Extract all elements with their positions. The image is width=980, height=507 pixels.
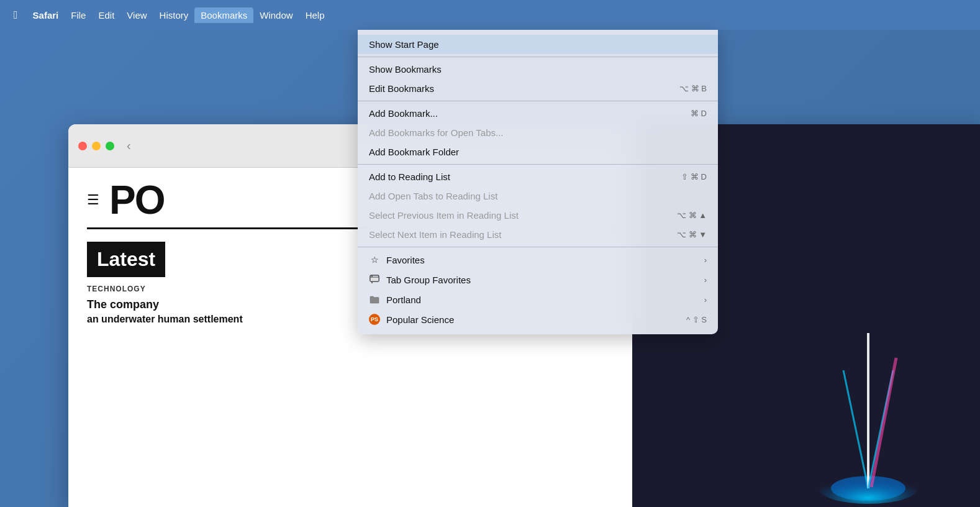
add-bookmarks-open-tabs-label: Add Bookmarks for Open Tabs... xyxy=(369,127,504,138)
show-start-page-item[interactable]: Show Start Page xyxy=(358,35,718,54)
show-start-page-label: Show Start Page xyxy=(369,39,439,50)
close-button[interactable] xyxy=(78,142,87,150)
separator-1 xyxy=(358,57,718,57)
favorites-item[interactable]: ☆ Favorites › xyxy=(358,250,718,270)
apple-menu[interactable]:  xyxy=(7,6,24,24)
select-previous-item[interactable]: Select Previous Item in Reading List ⌥ ⌘… xyxy=(358,206,718,225)
select-next-item[interactable]: Select Next Item in Reading List ⌥ ⌘ ▼ xyxy=(358,225,718,244)
back-button[interactable]: ‹ xyxy=(127,139,131,153)
edit-bookmarks-item[interactable]: Edit Bookmarks ⌥ ⌘ B xyxy=(358,79,718,98)
add-bookmark-shortcut: ⌘ D xyxy=(691,109,707,118)
svg-rect-7 xyxy=(370,277,379,281)
minimize-button[interactable] xyxy=(92,142,101,150)
select-previous-shortcut: ⌥ ⌘ ▲ xyxy=(677,211,707,220)
star-icon: ☆ xyxy=(369,254,380,265)
portland-label: Portland xyxy=(386,295,421,305)
hamburger-icon[interactable]: ☰ xyxy=(87,192,99,208)
bookmarks-dropdown: Show Start Page Show Bookmarks Edit Book… xyxy=(358,30,718,334)
site-logo: PO xyxy=(109,180,164,220)
portland-chevron: › xyxy=(704,295,707,304)
separator-4 xyxy=(358,247,718,247)
history-menu[interactable]: History xyxy=(153,7,195,23)
svg-line-5 xyxy=(871,358,896,487)
add-bookmark-item[interactable]: Add Bookmark... ⌘ D xyxy=(358,104,718,123)
add-reading-list-item[interactable]: Add to Reading List ⇧ ⌘ D xyxy=(358,167,718,186)
file-menu[interactable]: File xyxy=(65,7,92,23)
add-bookmark-folder-item[interactable]: Add Bookmark Folder xyxy=(358,142,718,162)
separator-3 xyxy=(358,164,718,165)
favorites-left: ☆ Favorites xyxy=(369,254,425,265)
favorites-label: Favorites xyxy=(386,255,425,265)
edit-menu[interactable]: Edit xyxy=(92,7,120,23)
select-next-shortcut: ⌥ ⌘ ▼ xyxy=(677,230,707,239)
popular-science-item[interactable]: PS Popular Science ^ ⇧ S xyxy=(358,309,718,329)
tab-group-favorites-label: Tab Group Favorites xyxy=(386,275,471,285)
add-bookmarks-open-tabs-item[interactable]: Add Bookmarks for Open Tabs... xyxy=(358,123,718,142)
add-reading-list-shortcut: ⇧ ⌘ D xyxy=(681,172,707,181)
latest-banner: Latest xyxy=(87,242,165,277)
edit-bookmarks-label: Edit Bookmarks xyxy=(369,83,434,94)
separator-2 xyxy=(358,101,718,101)
tab-group-favorites-item[interactable]: Tab Group Favorites › xyxy=(358,270,718,290)
laser-visual xyxy=(806,321,930,507)
bookmarks-menu[interactable]: Bookmarks xyxy=(194,7,253,23)
popular-science-left: PS Popular Science xyxy=(369,314,454,325)
add-reading-list-label: Add to Reading List xyxy=(369,171,450,182)
tab-group-favorites-chevron: › xyxy=(704,275,707,285)
favorites-chevron: › xyxy=(704,255,707,265)
add-open-tabs-reading-list-item[interactable]: Add Open Tabs to Reading List xyxy=(358,186,718,206)
show-bookmarks-item[interactable]: Show Bookmarks xyxy=(358,60,718,79)
portland-left: Portland xyxy=(369,294,421,305)
svg-line-1 xyxy=(843,370,868,488)
popular-science-label: Popular Science xyxy=(386,314,454,325)
folder-icon xyxy=(369,294,380,305)
popsci-icon: PS xyxy=(369,314,380,325)
view-menu[interactable]: View xyxy=(120,7,153,23)
select-next-label: Select Next Item in Reading List xyxy=(369,229,501,240)
menu-bar:  Safari File Edit View History Bookmark… xyxy=(0,0,980,30)
edit-bookmarks-shortcut: ⌥ ⌘ B xyxy=(679,84,707,93)
portland-item[interactable]: Portland › xyxy=(358,290,718,309)
popular-science-shortcut: ^ ⇧ S xyxy=(686,315,707,324)
tab-group-icon xyxy=(369,274,380,285)
add-bookmark-folder-label: Add Bookmark Folder xyxy=(369,147,459,157)
add-open-tabs-reading-list-label: Add Open Tabs to Reading List xyxy=(369,191,497,201)
add-bookmark-label: Add Bookmark... xyxy=(369,108,438,119)
maximize-button[interactable] xyxy=(106,142,114,150)
traffic-lights xyxy=(78,142,114,150)
tab-group-favorites-left: Tab Group Favorites xyxy=(369,274,471,285)
select-previous-label: Select Previous Item in Reading List xyxy=(369,210,519,221)
svg-point-4 xyxy=(819,473,918,504)
show-bookmarks-label: Show Bookmarks xyxy=(369,64,442,75)
window-menu[interactable]: Window xyxy=(253,7,299,23)
help-menu[interactable]: Help xyxy=(299,7,331,23)
safari-menu[interactable]: Safari xyxy=(27,7,65,23)
